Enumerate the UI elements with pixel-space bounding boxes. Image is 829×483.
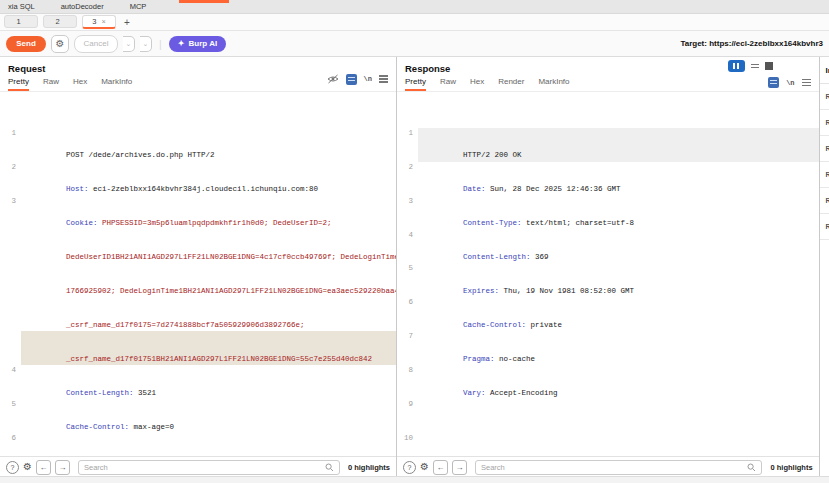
main-tabs: xia SQLautoDecoderMCP: [8, 2, 146, 11]
inspector-section[interactable]: Request body parameters: [820, 136, 829, 162]
main-tab[interactable]: xia SQL: [8, 2, 35, 11]
pretty-print-icon[interactable]: [346, 74, 357, 85]
response-editor[interactable]: 1 HTTP/2 200 OK 2 Date: Sun, 28 Dec 2025…: [397, 92, 819, 456]
chevron-down-icon: ⌄: [126, 40, 132, 48]
prev-match-button[interactable]: ←: [36, 460, 51, 475]
repeater-tab[interactable]: 1: [4, 15, 38, 28]
line-number: 7: [397, 331, 418, 365]
inspector-section[interactable]: Response headers: [820, 214, 829, 240]
editor-tab[interactable]: Pretty: [8, 77, 29, 91]
newline-icon[interactable]: \n: [786, 79, 794, 87]
code-line: 10 <script language='javascript'>: [397, 433, 819, 456]
code-segment: Content-Length:: [66, 389, 134, 397]
newline-icon[interactable]: \n: [364, 75, 372, 83]
code-segment: Content-Length:: [463, 253, 531, 261]
code-segment: Content-Type:: [463, 219, 522, 227]
close-icon[interactable]: ×: [101, 17, 105, 26]
search-input[interactable]: [481, 463, 748, 472]
main-tab[interactable]: MCP: [130, 2, 147, 11]
gear-icon[interactable]: ⚙: [420, 462, 429, 472]
add-tab-button[interactable]: +: [124, 17, 130, 28]
code-text: HTTP/2 200 OK: [418, 128, 819, 162]
menu-icon[interactable]: [802, 79, 811, 81]
line-number: 1: [0, 128, 21, 162]
inspector-section[interactable]: Request cookies: [820, 162, 829, 188]
chevron-down-icon: ⌄: [143, 40, 149, 48]
editor-tab[interactable]: Raw: [440, 77, 456, 91]
gear-icon[interactable]: ⚙: [23, 462, 32, 472]
target-value: https://eci-2zeblbxx164kbvhr3: [709, 39, 823, 48]
line-number: [0, 263, 21, 297]
code-text: 1766925902; DedeLoginTime1BH21ANI1AGD297…: [21, 263, 396, 297]
search-icon: [747, 458, 756, 476]
code-segment: 1766925902; DedeLoginTime1BH21ANI1AGD297…: [66, 287, 396, 295]
code-segment: text/html; charset=utf-8: [522, 219, 635, 227]
editor-tab[interactable]: Hex: [73, 77, 87, 91]
inspector-section[interactable]: Request attributes: [820, 84, 829, 110]
repeater-tab-bar: 1 2 3× +: [0, 14, 829, 31]
code-segment: HTTP/2 200 OK: [463, 151, 522, 159]
repeater-tab[interactable]: 3×: [82, 15, 116, 29]
help-icon[interactable]: ?: [403, 461, 416, 474]
code-text: Content-Length: 369: [418, 230, 819, 264]
code-text: POST /dede/archives.do.php HTTP/2: [21, 128, 396, 162]
code-segment: POST /dede/archives.do.php HTTP/2: [66, 151, 215, 159]
prev-match-button[interactable]: ←: [433, 460, 448, 475]
code-segment: _csrf_name_d17f01751BH21ANI1AGD297L1FF21…: [66, 355, 372, 363]
request-editor[interactable]: 1 POST /dede/archives.do.php HTTP/2 2 Ho…: [0, 92, 396, 456]
inspector-panel: Inspector Request attributesRequest quer…: [820, 57, 829, 477]
code-line: 6 Sec-Ch-Ua: "Google Chrome";v="143", "C…: [0, 433, 396, 456]
code-line: 1766925902; DedeLoginTime1BH21ANI1AGD297…: [0, 263, 396, 297]
code-segment: max-age=0: [129, 423, 174, 431]
pretty-print-icon[interactable]: [768, 77, 779, 88]
single-layout-icon[interactable]: [765, 62, 773, 70]
eye-slash-icon[interactable]: [327, 70, 339, 88]
code-line: 4 Content-Length: 369: [397, 230, 819, 264]
code-line: 5 Cache-Control: max-age=0: [0, 399, 396, 433]
code-text: Content-Type: text/html; charset=utf-8: [418, 196, 819, 230]
response-search-bar: ? ⚙ ← → 0 highlights: [397, 456, 819, 477]
history-back-dropdown[interactable]: ⌄: [123, 36, 135, 52]
response-tabs: PrettyRawHexRenderMarkInfo: [405, 77, 570, 91]
code-line: 3 Content-Type: text/html; charset=utf-8: [397, 196, 819, 230]
code-segment: Host:: [66, 185, 89, 193]
editor-tab[interactable]: Hex: [470, 77, 484, 91]
next-match-button[interactable]: →: [452, 460, 467, 475]
gear-icon[interactable]: ⚙: [51, 35, 69, 53]
burp-ai-button[interactable]: ✦ Burp AI: [169, 36, 226, 52]
code-text: Cache-Control: max-age=0: [21, 399, 396, 433]
line-number: 2: [0, 162, 21, 196]
code-line: 1 HTTP/2 200 OK: [397, 128, 819, 162]
inspector-section[interactable]: Request headers: [820, 188, 829, 214]
repeater-tab[interactable]: 2: [43, 15, 77, 28]
code-line: _csrf_name_d17f01751BH21ANI1AGD297L1FF21…: [0, 331, 396, 365]
history-forward-dropdown[interactable]: ⌄: [140, 36, 152, 52]
target-url: Target: https://eci-2zeblbxx164kbvhr3: [680, 39, 823, 48]
editor-tab[interactable]: Pretty: [405, 77, 426, 91]
line-number: 3: [397, 196, 418, 230]
pause-icon[interactable]: [728, 60, 745, 72]
active-main-tab-indicator: [179, 0, 229, 3]
code-text: Cache-Control: private: [418, 297, 819, 331]
inspector-section[interactable]: Request query parameters: [820, 110, 829, 136]
layout-buttons: [728, 60, 773, 72]
search-input[interactable]: [84, 463, 325, 472]
code-segment: Sun, 28 Dec 2025 12:46:36 GMT: [486, 185, 621, 193]
editor-tab[interactable]: MarkInfo: [101, 77, 132, 91]
editor-tab[interactable]: MarkInfo: [538, 77, 569, 91]
editor-tab[interactable]: Raw: [43, 77, 59, 91]
horizontal-layout-icon[interactable]: [751, 64, 759, 66]
line-number: 1: [397, 128, 418, 162]
help-icon[interactable]: ?: [6, 461, 19, 474]
code-segment: Cache-Control:: [463, 321, 526, 329]
editor-tab[interactable]: Render: [498, 77, 524, 91]
response-panel: Response PrettyRawHexRenderMarkInfo \n 1…: [397, 57, 820, 477]
code-line: 2 Date: Sun, 28 Dec 2025 12:46:36 GMT: [397, 162, 819, 196]
code-segment: Vary:: [463, 389, 486, 397]
menu-icon[interactable]: [379, 75, 388, 77]
send-button[interactable]: Send: [6, 36, 46, 52]
next-match-button[interactable]: →: [55, 460, 70, 475]
line-number: [0, 230, 21, 264]
cancel-button[interactable]: Cancel: [74, 35, 118, 53]
main-tab[interactable]: autoDecoder: [61, 2, 104, 11]
